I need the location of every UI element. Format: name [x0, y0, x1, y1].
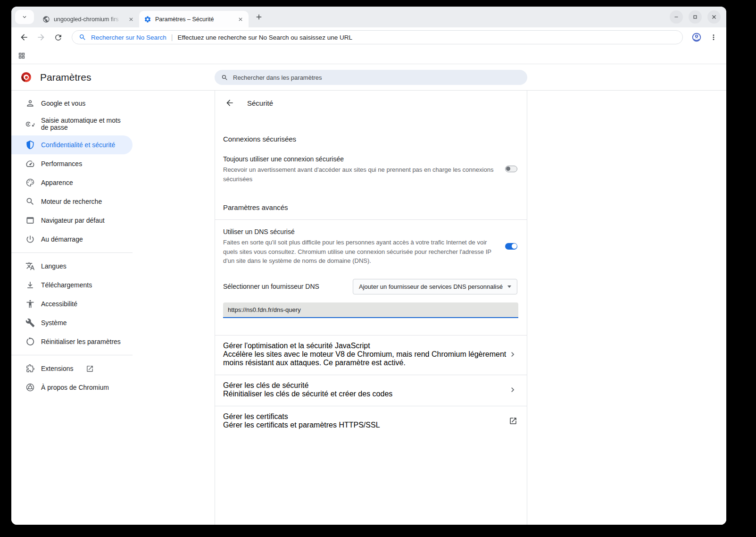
- puzzle-icon: [25, 364, 35, 373]
- sidebar-item-label: Navigateur par défaut: [41, 217, 105, 224]
- sidebar-item-telechargements[interactable]: Téléchargements: [11, 276, 133, 294]
- setting-title: Gérer l'optimisation et la sécurité Java…: [223, 342, 508, 350]
- page-title: Paramètres: [40, 72, 91, 83]
- accessibility-icon: [25, 299, 35, 309]
- sidebar-item-label: À propos de Chromium: [41, 384, 109, 391]
- settings-search-field[interactable]: Rechercher dans les paramètres: [215, 70, 527, 85]
- sidebar-item-langues[interactable]: Langues: [11, 257, 133, 276]
- browser-window: ungoogled-chromium firs Paramètres – Séc…: [11, 7, 726, 525]
- address-bar[interactable]: Rechercher sur No Search | Effectuez une…: [72, 30, 683, 44]
- setting-title: Toujours utiliser une connexion sécurisé…: [223, 154, 499, 164]
- toggle-dns-securise[interactable]: [505, 243, 517, 250]
- sidebar-item-extensions[interactable]: Extensions: [11, 359, 133, 378]
- custom-dns-input[interactable]: [223, 302, 518, 318]
- divider: [215, 219, 527, 220]
- tab-title: Paramètres – Sécurité: [155, 16, 233, 23]
- settings-sidebar: Google et vous Saisie automatique et mot…: [11, 91, 215, 525]
- sidebar-item-au-demarrage[interactable]: Au démarrage: [11, 230, 133, 249]
- sidebar-item-navigateur-par-defaut[interactable]: Navigateur par défaut: [11, 211, 133, 230]
- setting-description: Accélère les sites avec le moteur V8 de …: [223, 350, 508, 367]
- setting-row-javascript[interactable]: Gérer l'optimisation et la sécurité Java…: [223, 336, 517, 375]
- wrench-icon: [25, 318, 35, 327]
- section-header-parametres-avances: Paramètres avancés: [223, 203, 517, 211]
- tab-search-button[interactable]: [15, 10, 34, 24]
- dns-provider-label: Sélectionner un fournisseur DNS: [223, 283, 319, 290]
- sidebar-item-label: Langues: [41, 263, 66, 270]
- gear-icon: [144, 16, 151, 23]
- sidebar-item-confidentialite-et-securite[interactable]: Confidentialité et sécurité: [11, 135, 133, 154]
- dns-provider-dropdown[interactable]: Ajouter un fournisseur de services DNS p…: [353, 279, 517, 294]
- setting-row-cles-securite[interactable]: Gérer les clés de sécurité Réinitialiser…: [223, 375, 517, 406]
- settings-header: Paramètres Rechercher dans les paramètre…: [11, 64, 726, 91]
- sidebar-item-a-propos[interactable]: À propos de Chromium: [11, 378, 133, 397]
- sidebar-item-label: Téléchargements: [41, 282, 92, 289]
- settings-main: Google et vous Saisie automatique et mot…: [11, 91, 726, 525]
- dns-provider-row: Sélectionner un fournisseur DNS Ajouter …: [223, 279, 517, 294]
- minimize-button[interactable]: [670, 10, 683, 24]
- sidebar-item-google-et-vous[interactable]: Google et vous: [11, 94, 133, 113]
- maximize-button[interactable]: [689, 10, 702, 24]
- page-section-title: Sécurité: [247, 99, 273, 107]
- sidebar-divider: [11, 252, 133, 253]
- close-window-button[interactable]: [707, 10, 721, 24]
- sidebar-item-accessibilite[interactable]: Accessibilité: [11, 294, 133, 313]
- sidebar-item-systeme[interactable]: Système: [11, 313, 133, 332]
- sidebar-item-performances[interactable]: Performances: [11, 154, 133, 173]
- setting-row-certificats[interactable]: Gérer les certificats Gérer les certific…: [223, 406, 517, 437]
- download-icon: [25, 280, 35, 290]
- setting-row-connexion-securisee: Toujours utiliser une connexion sécurisé…: [223, 154, 517, 184]
- back-icon[interactable]: [17, 30, 31, 44]
- sidebar-item-label: Apparence: [41, 179, 73, 186]
- sidebar-item-label: Moteur de recherche: [41, 198, 102, 205]
- sidebar-item-label: Extensions: [41, 365, 73, 372]
- sidebar-divider: [11, 355, 133, 355]
- tab-parametres-securite[interactable]: Paramètres – Sécurité: [139, 11, 249, 27]
- forward-icon[interactable]: [34, 30, 48, 44]
- close-tab-icon[interactable]: [236, 15, 245, 24]
- toggle-always-secure-connection[interactable]: [505, 166, 517, 172]
- search-icon: [221, 74, 228, 81]
- speedometer-icon: [25, 159, 35, 168]
- shield-icon: [25, 140, 35, 150]
- tab-title: ungoogled-chromium firs: [54, 16, 123, 23]
- menu-dots-icon[interactable]: [706, 30, 721, 44]
- sidebar-item-label: Réinitialiser les paramètres: [41, 338, 121, 345]
- sidebar-item-label: Performances: [41, 160, 82, 168]
- back-arrow-icon[interactable]: [225, 98, 234, 108]
- external-link-icon: [86, 365, 94, 373]
- profile-avatar-icon[interactable]: [690, 30, 704, 44]
- reload-icon[interactable]: [51, 30, 65, 44]
- setting-description: Faites en sorte qu'il soit plus difficil…: [223, 238, 499, 266]
- sidebar-item-saisie-automatique[interactable]: Saisie automatique et mots de passe: [11, 113, 133, 135]
- bookmarks-bar: [11, 47, 726, 64]
- person-icon: [25, 99, 35, 108]
- reset-icon: [25, 337, 35, 346]
- security-settings-card: Sécurité Connexions sécurisées Toujours …: [215, 91, 527, 525]
- globe-icon: [42, 16, 50, 23]
- sidebar-item-label: Accessibilité: [41, 301, 77, 308]
- sidebar-item-apparence[interactable]: Apparence: [11, 173, 133, 192]
- setting-title: Utiliser un DNS sécurisé: [223, 227, 499, 236]
- tab-ungoogled-chromium[interactable]: ungoogled-chromium firs: [38, 11, 139, 27]
- content-right-gutter: [527, 91, 726, 525]
- sidebar-item-reinitialiser[interactable]: Réinitialiser les paramètres: [11, 332, 133, 351]
- section-header-connexions: Connexions sécurisées: [223, 135, 517, 143]
- sidebar-item-moteur-de-recherche[interactable]: Moteur de recherche: [11, 192, 133, 211]
- close-tab-icon[interactable]: [127, 15, 135, 24]
- sidebar-item-label: Système: [41, 319, 66, 327]
- tab-strip: ungoogled-chromium firs Paramètres – Séc…: [11, 7, 726, 27]
- new-tab-button[interactable]: [252, 10, 266, 24]
- chromium-logo: [21, 72, 31, 82]
- palette-icon: [25, 178, 35, 187]
- setting-description: Gérer les certificats et paramètres HTTP…: [223, 421, 380, 429]
- dropdown-selected-value: Ajouter un fournisseur de services DNS p…: [359, 283, 503, 290]
- browser-window-icon: [25, 216, 35, 225]
- search-icon: [25, 197, 35, 206]
- settings-search-placeholder: Rechercher dans les paramètres: [233, 74, 322, 81]
- browser-toolbar: Rechercher sur No Search | Effectuez une…: [11, 27, 726, 47]
- apps-grid-icon[interactable]: [18, 52, 25, 59]
- window-controls: [670, 7, 721, 27]
- chevron-right-icon: [508, 350, 517, 359]
- sidebar-item-label: Au démarrage: [41, 236, 83, 243]
- separator: |: [171, 34, 173, 41]
